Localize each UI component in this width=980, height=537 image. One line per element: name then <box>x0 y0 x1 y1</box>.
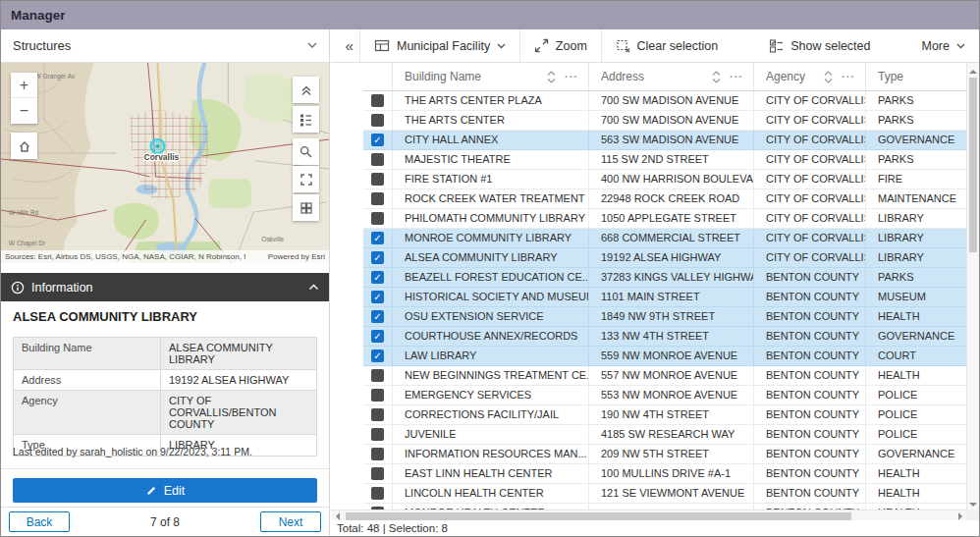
sort-icon[interactable] <box>712 71 721 83</box>
row-checkbox[interactable]: ✓ <box>371 349 384 362</box>
row-checkbox-cell[interactable] <box>363 189 393 208</box>
row-checkbox-cell[interactable] <box>363 386 393 404</box>
table-row[interactable]: JUVENILE 4185 SW RESEARCH WAY BENTON COU… <box>363 425 966 445</box>
row-checkbox-cell[interactable]: ✓ <box>363 131 393 149</box>
column-menu-icon[interactable]: ··· <box>842 71 855 82</box>
vertical-scrollbar[interactable] <box>966 63 979 510</box>
row-checkbox-cell[interactable]: ✓ <box>363 268 393 287</box>
row-checkbox-cell[interactable] <box>363 111 393 130</box>
field-label: Address <box>14 370 161 390</box>
row-checkbox-cell[interactable] <box>363 405 393 424</box>
column-header-type[interactable]: Type <box>866 63 966 90</box>
scroll-up-arrow[interactable] <box>967 63 980 76</box>
scroll-down-arrow[interactable] <box>967 497 980 510</box>
row-checkbox-cell[interactable] <box>363 209 393 228</box>
table-row[interactable]: ✓ ALSEA COMMUNITY LIBRARY 19192 ALSEA HI… <box>363 248 966 268</box>
row-checkbox[interactable] <box>371 94 384 107</box>
table-row[interactable]: ✓ BEAZELL FOREST EDUCATION CE... 37283 K… <box>363 268 966 288</box>
sort-icon[interactable] <box>824 71 833 83</box>
row-checkbox-cell[interactable] <box>363 150 393 169</box>
row-checkbox-cell[interactable]: ✓ <box>363 347 393 365</box>
table-row[interactable]: THE ARTS CENTER 700 SW MADISON AVENUE CI… <box>363 111 966 131</box>
row-checkbox-cell[interactable]: ✓ <box>363 229 393 247</box>
table-row[interactable]: ✓ MONROE COMMUNITY LIBRARY 668 COMMERCIA… <box>363 229 966 248</box>
table-row[interactable]: ✓ HISTORICAL SOCIETY AND MUSEUM 1101 MAI… <box>363 288 966 307</box>
table-row[interactable]: LINCOLN HEALTH CENTER 121 SE VIEWMONT AV… <box>363 484 966 504</box>
row-checkbox[interactable]: ✓ <box>371 310 384 323</box>
row-checkbox-cell[interactable] <box>363 170 393 188</box>
row-checkbox[interactable]: ✓ <box>371 134 384 146</box>
column-header-agency[interactable]: Agency ··· <box>754 63 866 90</box>
next-button[interactable]: Next <box>260 511 321 532</box>
clear-selection-button[interactable]: Clear selection <box>602 29 733 62</box>
table-row[interactable]: ✓ COURTHOUSE ANNEX/RECORDS 133 NW 4TH ST… <box>363 327 966 347</box>
zoom-out-button[interactable]: − <box>11 98 37 124</box>
row-checkbox[interactable] <box>371 487 384 500</box>
row-checkbox[interactable] <box>371 369 384 382</box>
table-row[interactable]: NEW BEGINNINGS TREATMENT CE... 557 NW MO… <box>363 366 966 386</box>
sort-icon[interactable] <box>547 71 556 83</box>
vertical-scrollbar-thumb[interactable] <box>969 78 977 252</box>
table-toolbar: « Municipal Facility Zoom Clear selectio… <box>331 29 979 63</box>
column-menu-icon[interactable]: ··· <box>565 71 578 82</box>
fullscreen-button[interactable] <box>293 166 319 192</box>
table-row[interactable]: FIRE STATION #1 400 NW HARRISON BOULEVAR… <box>363 170 966 189</box>
row-checkbox[interactable] <box>371 389 384 402</box>
row-checkbox[interactable]: ✓ <box>371 330 384 343</box>
column-header-address[interactable]: Address ··· <box>589 63 754 90</box>
row-checkbox[interactable] <box>371 153 384 166</box>
table-row[interactable]: ✓ OSU EXTENSION SERVICE 1849 NW 9TH STRE… <box>363 307 966 327</box>
back-button[interactable]: Back <box>9 511 70 532</box>
row-checkbox[interactable] <box>371 192 384 205</box>
layer-dropdown[interactable]: Municipal Facility <box>360 29 519 62</box>
row-checkbox-cell[interactable]: ✓ <box>363 307 393 326</box>
row-checkbox[interactable] <box>371 212 384 225</box>
more-button[interactable]: More <box>908 29 979 62</box>
table-row[interactable]: INFORMATION RESOURCES MAN... 209 NW 5TH … <box>363 445 966 464</box>
table-row[interactable]: THE ARTS CENTER PLAZA 700 SW MADISON AVE… <box>363 91 966 111</box>
row-checkbox[interactable] <box>371 408 384 421</box>
table-row[interactable]: ✓ CITY HALL ANNEX 563 SW MADISON AVENUE … <box>363 131 966 150</box>
row-checkbox-cell[interactable]: ✓ <box>363 327 393 346</box>
layer-selector[interactable]: Structures <box>1 29 329 63</box>
row-checkbox-cell[interactable] <box>363 425 393 444</box>
horizontal-scrollbar-thumb[interactable] <box>346 512 851 520</box>
column-header-building-name[interactable]: Building Name ··· <box>393 63 589 90</box>
column-menu-icon[interactable]: ··· <box>730 71 743 82</box>
show-selected-button[interactable]: Show selected <box>755 29 884 62</box>
row-checkbox-cell[interactable] <box>363 445 393 463</box>
row-checkbox[interactable]: ✓ <box>371 291 384 303</box>
row-checkbox[interactable] <box>371 428 384 441</box>
table-row[interactable]: EMERGENCY SERVICES 553 NW MONROE AVENUE … <box>363 386 966 405</box>
map-search-button[interactable] <box>293 138 319 165</box>
legend-button[interactable] <box>293 106 319 133</box>
collapse-panel-button[interactable] <box>293 77 319 103</box>
table-row[interactable]: ROCK CREEK WATER TREATMENT ... 22948 ROC… <box>363 189 966 209</box>
chevron-up-icon[interactable] <box>308 284 319 291</box>
row-checkbox[interactable] <box>371 173 384 186</box>
row-checkbox-cell[interactable] <box>363 91 393 110</box>
edit-button[interactable]: Edit <box>13 478 317 503</box>
zoom-to-button[interactable]: Zoom <box>520 29 601 62</box>
row-checkbox[interactable] <box>371 114 384 127</box>
table-row[interactable]: ✓ LAW LIBRARY 559 NW MONROE AVENUE BENTO… <box>363 347 966 366</box>
basemap-gallery-button[interactable] <box>293 194 319 221</box>
map-widget[interactable]: NW Granger Av W Hills Rd W Chapel Dr Oak… <box>1 63 329 263</box>
row-checkbox[interactable]: ✓ <box>371 271 384 284</box>
table-row[interactable]: CORRECTIONS FACILITY/JAIL 190 NW 4TH STR… <box>363 405 966 425</box>
row-checkbox-cell[interactable]: ✓ <box>363 248 393 267</box>
row-checkbox[interactable] <box>371 467 384 480</box>
collapse-table-button[interactable]: « <box>339 29 359 62</box>
table-row[interactable]: PHILOMATH COMMUNITY LIBRARY 1050 APPLEGA… <box>363 209 966 229</box>
row-checkbox-cell[interactable] <box>363 464 393 483</box>
home-extent-button[interactable] <box>11 133 37 159</box>
table-row[interactable]: MAJESTIC THEATRE 115 SW 2ND STREET CITY … <box>363 150 966 170</box>
row-checkbox[interactable] <box>371 448 384 460</box>
row-checkbox-cell[interactable] <box>363 366 393 385</box>
row-checkbox-cell[interactable]: ✓ <box>363 288 393 306</box>
row-checkbox[interactable]: ✓ <box>371 232 384 244</box>
row-checkbox[interactable]: ✓ <box>371 251 384 264</box>
zoom-in-button[interactable]: + <box>11 73 37 98</box>
table-row[interactable]: EAST LINN HEALTH CENTER 100 MULLINS DRIV… <box>363 464 966 484</box>
row-checkbox-cell[interactable] <box>363 484 393 503</box>
